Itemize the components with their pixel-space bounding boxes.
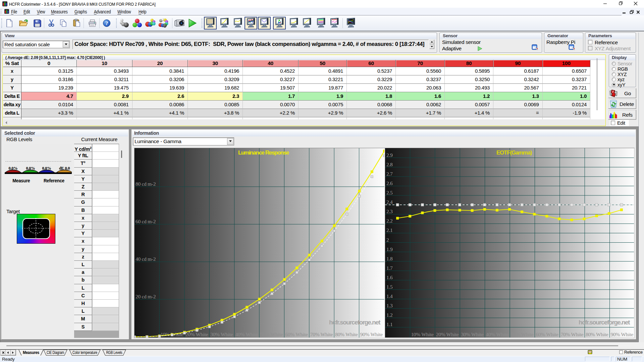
svg-text:40% White: 40% White — [235, 331, 258, 337]
svg-text:hcfr.sourceforge.net: hcfr.sourceforge.net — [579, 319, 630, 326]
svg-text:2.5: 2.5 — [386, 190, 393, 195]
svg-text:EOTF(Gamma): EOTF(Gamma) — [496, 149, 532, 156]
svg-text:2.4: 2.4 — [386, 199, 393, 205]
svg-text:1.9: 1.9 — [386, 246, 393, 252]
svg-text:60 cd m-2: 60 cd m-2 — [136, 219, 156, 224]
svg-text:90% White: 90% White — [360, 331, 383, 337]
svg-text:70% White: 70% White — [561, 331, 584, 337]
svg-text:1.5: 1.5 — [386, 284, 393, 290]
svg-text:2.3: 2.3 — [386, 208, 393, 214]
svg-text:1.3: 1.3 — [386, 303, 393, 308]
svg-text:2.1: 2.1 — [386, 227, 392, 233]
svg-text:2.8: 2.8 — [386, 162, 393, 167]
svg-text:1.6: 1.6 — [386, 275, 393, 280]
svg-text:30% White: 30% White — [210, 331, 233, 337]
svg-text:1.7: 1.7 — [386, 265, 393, 271]
svg-text:0.0%: 0.0% — [9, 166, 18, 171]
svg-text:0.0%: 0.0% — [26, 166, 35, 171]
svg-text:30% White: 30% White — [461, 331, 484, 337]
svg-text:1.1: 1.1 — [386, 321, 392, 327]
svg-text:40 cd m-2: 40 cd m-2 — [136, 256, 156, 262]
svg-text:80 cd m-2: 80 cd m-2 — [136, 181, 156, 187]
svg-text:60% White: 60% White — [285, 331, 308, 337]
svg-text:50% White: 50% White — [260, 331, 283, 337]
svg-text:1.8: 1.8 — [386, 256, 393, 261]
svg-text:Measures: Measures — [23, 350, 39, 355]
svg-text:hcfr.sourceforge.net: hcfr.sourceforge.net — [329, 319, 380, 326]
svg-text:60% White: 60% White — [536, 331, 558, 337]
svg-text:10% White: 10% White — [411, 331, 434, 337]
svg-text:20% White: 20% White — [185, 331, 208, 337]
svg-text:2.6: 2.6 — [386, 180, 393, 186]
svg-text:1.4: 1.4 — [386, 293, 393, 299]
svg-text:1.2: 1.2 — [386, 312, 392, 318]
svg-text:Color temperature: Color temperature — [72, 350, 97, 355]
svg-text:Luminance Response: Luminance Response — [238, 149, 289, 156]
svg-text:80% White: 80% White — [335, 331, 358, 337]
svg-text:2: 2 — [386, 237, 389, 243]
svg-text:40% White: 40% White — [486, 331, 509, 337]
svg-text:CIE Diagram: CIE Diagram — [47, 350, 64, 355]
svg-text:2.9: 2.9 — [386, 152, 393, 158]
svg-text:20 cd m-2: 20 cd m-2 — [136, 294, 156, 299]
svg-text:50% White: 50% White — [511, 331, 534, 337]
svg-text:20% White: 20% White — [436, 331, 459, 337]
svg-text:70% White: 70% White — [310, 331, 333, 337]
svg-text:80% White: 80% White — [586, 331, 608, 337]
svg-text:dE 0.0: dE 0.0 — [59, 166, 70, 171]
svg-text:?: ? — [105, 20, 108, 26]
svg-text:0.0%: 0.0% — [42, 166, 51, 171]
svg-text:90% White: 90% White — [611, 331, 634, 337]
svg-text:RGB Levels: RGB Levels — [106, 350, 122, 355]
svg-text:2.2: 2.2 — [386, 218, 392, 224]
svg-text:2.7: 2.7 — [386, 171, 393, 177]
